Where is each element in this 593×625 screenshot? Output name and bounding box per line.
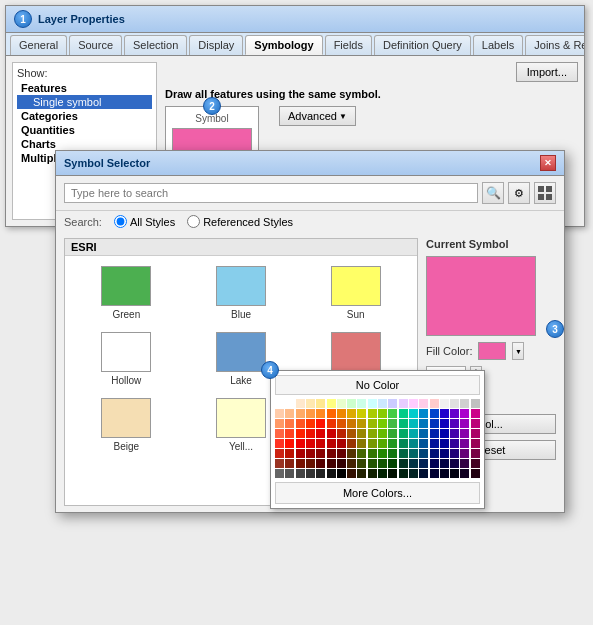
symbol-blue[interactable]: Blue [186, 262, 297, 324]
color-cell[interactable] [430, 409, 439, 418]
color-cell[interactable] [327, 429, 336, 438]
color-cell[interactable] [399, 419, 408, 428]
color-cell[interactable] [409, 469, 418, 478]
color-cell[interactable] [337, 439, 346, 448]
color-cell[interactable] [409, 399, 418, 408]
color-cell[interactable] [316, 439, 325, 448]
color-cell[interactable] [316, 459, 325, 468]
color-cell[interactable] [347, 409, 356, 418]
color-cell[interactable] [378, 409, 387, 418]
color-cell[interactable] [450, 449, 459, 458]
color-cell[interactable] [285, 399, 294, 408]
color-cell[interactable] [450, 419, 459, 428]
color-cell[interactable] [419, 449, 428, 458]
color-cell[interactable] [368, 469, 377, 478]
color-cell[interactable] [399, 449, 408, 458]
tab-joins-relates[interactable]: Joins & Relates [525, 35, 584, 55]
color-cell[interactable] [471, 449, 480, 458]
color-cell[interactable] [388, 429, 397, 438]
color-cell[interactable] [430, 429, 439, 438]
color-cell[interactable] [460, 429, 469, 438]
color-cell[interactable] [347, 429, 356, 438]
color-cell[interactable] [471, 399, 480, 408]
color-cell[interactable] [337, 409, 346, 418]
symbol-hollow[interactable]: Hollow [71, 328, 182, 390]
color-cell[interactable] [306, 459, 315, 468]
color-cell[interactable] [388, 409, 397, 418]
color-cell[interactable] [409, 419, 418, 428]
color-cell[interactable] [296, 439, 305, 448]
color-cell[interactable] [430, 469, 439, 478]
color-cell[interactable] [275, 419, 284, 428]
color-cell[interactable] [450, 459, 459, 468]
color-cell[interactable] [327, 419, 336, 428]
symbol-green[interactable]: Green [71, 262, 182, 324]
color-cell[interactable] [296, 399, 305, 408]
filter-icon[interactable]: ⚙ [508, 182, 530, 204]
color-cell[interactable] [275, 459, 284, 468]
color-cell[interactable] [347, 449, 356, 458]
import-button[interactable]: Import... [516, 62, 578, 82]
color-cell[interactable] [368, 449, 377, 458]
tab-labels[interactable]: Labels [473, 35, 523, 55]
color-cell[interactable] [347, 469, 356, 478]
color-cell[interactable] [430, 459, 439, 468]
color-cell[interactable] [306, 399, 315, 408]
color-cell[interactable] [388, 449, 397, 458]
color-cell[interactable] [450, 439, 459, 448]
color-cell[interactable] [388, 399, 397, 408]
color-cell[interactable] [440, 419, 449, 428]
tab-definition-query[interactable]: Definition Query [374, 35, 471, 55]
color-cell[interactable] [440, 469, 449, 478]
color-cell[interactable] [357, 419, 366, 428]
color-cell[interactable] [440, 449, 449, 458]
color-cell[interactable] [347, 399, 356, 408]
search-input[interactable] [64, 183, 478, 203]
color-cell[interactable] [296, 429, 305, 438]
color-cell[interactable] [378, 429, 387, 438]
color-cell[interactable] [471, 469, 480, 478]
color-cell[interactable] [296, 459, 305, 468]
color-cell[interactable] [378, 399, 387, 408]
color-cell[interactable] [296, 469, 305, 478]
color-cell[interactable] [275, 469, 284, 478]
color-cell[interactable] [357, 439, 366, 448]
color-cell[interactable] [409, 459, 418, 468]
color-cell[interactable] [368, 439, 377, 448]
color-cell[interactable] [419, 429, 428, 438]
color-cell[interactable] [337, 469, 346, 478]
advanced-button[interactable]: Advanced ▼ [279, 106, 356, 126]
color-cell[interactable] [419, 459, 428, 468]
color-cell[interactable] [368, 399, 377, 408]
color-cell[interactable] [327, 409, 336, 418]
color-cell[interactable] [409, 409, 418, 418]
symbol-beige[interactable]: Beige [71, 394, 182, 456]
color-cell[interactable] [285, 449, 294, 458]
color-cell[interactable] [419, 419, 428, 428]
color-cell[interactable] [419, 439, 428, 448]
color-cell[interactable] [316, 469, 325, 478]
color-cell[interactable] [357, 429, 366, 438]
color-cell[interactable] [337, 419, 346, 428]
color-cell[interactable] [275, 409, 284, 418]
tab-general[interactable]: General [10, 35, 67, 55]
color-cell[interactable] [471, 459, 480, 468]
color-cell[interactable] [368, 459, 377, 468]
color-cell[interactable] [419, 399, 428, 408]
color-cell[interactable] [275, 449, 284, 458]
color-cell[interactable] [306, 439, 315, 448]
color-cell[interactable] [419, 409, 428, 418]
color-cell[interactable] [316, 399, 325, 408]
color-cell[interactable] [440, 459, 449, 468]
more-colors-button[interactable]: More Colors... [275, 482, 480, 504]
color-cell[interactable] [399, 469, 408, 478]
color-cell[interactable] [285, 419, 294, 428]
color-cell[interactable] [399, 459, 408, 468]
color-cell[interactable] [337, 459, 346, 468]
color-cell[interactable] [368, 419, 377, 428]
color-cell[interactable] [471, 419, 480, 428]
color-cell[interactable] [450, 469, 459, 478]
color-cell[interactable] [285, 469, 294, 478]
color-cell[interactable] [450, 409, 459, 418]
color-cell[interactable] [337, 449, 346, 458]
